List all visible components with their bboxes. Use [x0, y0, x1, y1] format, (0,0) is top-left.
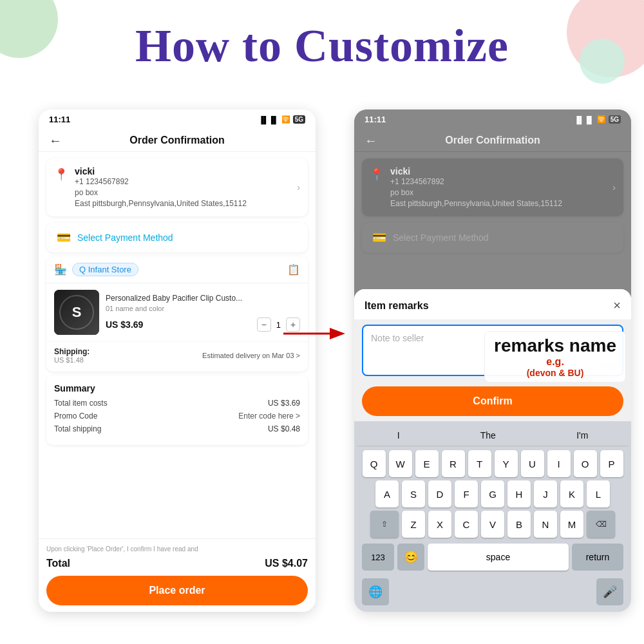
key-t[interactable]: T [468, 450, 491, 477]
suggestion-im[interactable]: I'm [570, 429, 594, 442]
key-e[interactable]: E [415, 450, 439, 477]
right-status-bar: 11:11 ▐▌▐▌ 🛜 5G [354, 109, 631, 129]
left-payment-section[interactable]: 💳 Select Payment Method [46, 223, 308, 252]
key-globe[interactable]: 🌐 [362, 578, 389, 605]
total-row: Total US $4.07 [46, 558, 308, 569]
total-value: US $4.07 [265, 558, 308, 569]
key-x[interactable]: X [428, 511, 451, 538]
remarks-eg-label: e.g. [494, 356, 616, 368]
quantity-decrease[interactable]: − [257, 317, 271, 332]
product-letter: S [72, 304, 82, 321]
summary-promo-value[interactable]: Enter code here > [238, 412, 300, 421]
item-remarks-modal: Item remarks × Note to seller 0/51 remar… [354, 289, 631, 612]
address-location: East pittsburgh,Pennsylvania,United Stat… [75, 198, 300, 209]
confirm-button[interactable]: Confirm [362, 386, 623, 416]
key-g[interactable]: G [481, 480, 504, 507]
key-k[interactable]: K [560, 480, 583, 507]
product-row: S Personalized Baby Pacifier Clip Custo.… [46, 283, 308, 341]
key-m[interactable]: M [560, 511, 583, 538]
store-icon: 🏪 [54, 263, 67, 276]
left-screen-header: ← Order Confirmation [39, 129, 316, 152]
left-back-button[interactable]: ← [49, 133, 62, 148]
right-payment-label: Select Payment Method [393, 232, 489, 243]
footer-note: Upon clicking 'Place Order', I confirm I… [46, 545, 308, 553]
remarks-area-container: Note to seller 0/51 remarks name e.g. (d… [354, 325, 631, 376]
left-status-bar: 11:11 ▐▌▐▌ 🛜 5G [39, 109, 316, 129]
store-name-row: 🏪 Q Infant Store [54, 263, 138, 276]
summary-shipping-value: US $0.48 [268, 424, 300, 433]
remarks-name-overlay: remarks name e.g. (devon & BU) [484, 331, 626, 383]
key-s[interactable]: S [402, 480, 425, 507]
right-payment-icon: 💳 [372, 231, 386, 245]
keyboard: I The I'm Q W E R T Y U I O P A S D [354, 421, 631, 612]
summary-items-row: Total item costs US $3.69 [54, 399, 300, 408]
left-address-section[interactable]: 📍 vicki +1 1234567892 po box East pittsb… [46, 158, 308, 216]
key-i[interactable]: I [547, 450, 571, 477]
product-details: Personalized Baby Pacifier Clip Custo...… [106, 294, 300, 332]
key-delete[interactable]: ⌫ [587, 511, 615, 538]
key-emoji[interactable]: 😊 [397, 544, 424, 571]
key-shift[interactable]: ⇧ [370, 511, 399, 538]
right-payment-section[interactable]: 💳 Select Payment Method [362, 223, 623, 252]
key-mic[interactable]: 🎤 [596, 578, 623, 605]
place-order-button[interactable]: Place order [46, 576, 308, 605]
summary-promo-row: Promo Code Enter code here > [54, 412, 300, 421]
arrow-indicator [277, 321, 354, 349]
location-icon: 📍 [54, 167, 68, 182]
right-address-name: vicki [390, 166, 616, 176]
address-name: vicki [75, 166, 300, 176]
shipping-label: Shipping: [54, 347, 90, 356]
key-b[interactable]: B [507, 511, 531, 538]
note-icon[interactable]: 📋 [287, 263, 300, 276]
right-location-icon: 📍 [370, 167, 384, 182]
key-f[interactable]: F [455, 480, 478, 507]
keyboard-row-1: Q W E R T Y U I O P [357, 450, 629, 477]
modal-close-button[interactable]: × [613, 298, 621, 313]
keyboard-bottom-row: 123 😊 space return [357, 541, 629, 576]
right-screen-header: ← Order Confirmation [354, 129, 631, 152]
key-y[interactable]: Y [495, 450, 518, 477]
address-po: po box [75, 187, 300, 198]
address-chevron-icon: › [297, 182, 300, 193]
right-signal-icon: ▐▌▐▌ [574, 116, 594, 124]
product-variant: 01 name and color [106, 305, 300, 312]
key-n[interactable]: N [534, 511, 557, 538]
key-h[interactable]: H [507, 480, 531, 507]
summary-shipping-label: Total shipping [54, 424, 101, 433]
keyboard-row-3: ⇧ Z X C V B N M ⌫ [357, 511, 629, 538]
key-l[interactable]: L [587, 480, 610, 507]
left-status-time: 11:11 [49, 115, 70, 124]
key-d[interactable]: D [428, 480, 451, 507]
key-space[interactable]: space [428, 544, 569, 571]
right-back-button[interactable]: ← [365, 133, 377, 148]
keyboard-suggestions: I The I'm [357, 426, 629, 446]
suggestion-i[interactable]: I [391, 429, 406, 442]
summary-title: Summary [54, 383, 300, 393]
keyboard-row-2: A S D F G H J K L [357, 480, 629, 507]
key-return[interactable]: return [572, 544, 623, 571]
right-address-section[interactable]: 📍 vicki +1 1234567892 po box East pittsb… [362, 158, 623, 216]
key-q[interactable]: Q [363, 450, 386, 477]
key-a[interactable]: A [375, 480, 399, 507]
remarks-name-text: remarks name [494, 336, 616, 356]
summary-items-value: US $3.69 [268, 399, 300, 408]
key-v[interactable]: V [481, 511, 504, 538]
right-status-icons: ▐▌▐▌ 🛜 5G [574, 115, 621, 124]
left-header-title: Order Confirmation [129, 135, 225, 146]
key-123[interactable]: 123 [362, 544, 394, 571]
key-p[interactable]: P [600, 450, 623, 477]
key-z[interactable]: Z [402, 511, 425, 538]
suggestion-the[interactable]: The [474, 429, 502, 442]
right-phone-screen: 11:11 ▐▌▐▌ 🛜 5G ← Order Confirmation 📍 v… [354, 109, 631, 612]
key-w[interactable]: W [389, 450, 412, 477]
key-o[interactable]: O [574, 450, 597, 477]
key-c[interactable]: C [455, 511, 478, 538]
key-u[interactable]: U [521, 450, 544, 477]
key-j[interactable]: J [534, 480, 557, 507]
key-r[interactable]: R [442, 450, 465, 477]
store-badge[interactable]: Q Infant Store [72, 263, 138, 276]
right-address-info: vicki +1 1234567892 po box East pittsbur… [390, 166, 616, 209]
left-status-icons: ▐▌▐▌ 🛜 5G [258, 115, 305, 124]
summary-promo-label: Promo Code [54, 412, 97, 421]
modal-title: Item remarks [365, 300, 429, 312]
